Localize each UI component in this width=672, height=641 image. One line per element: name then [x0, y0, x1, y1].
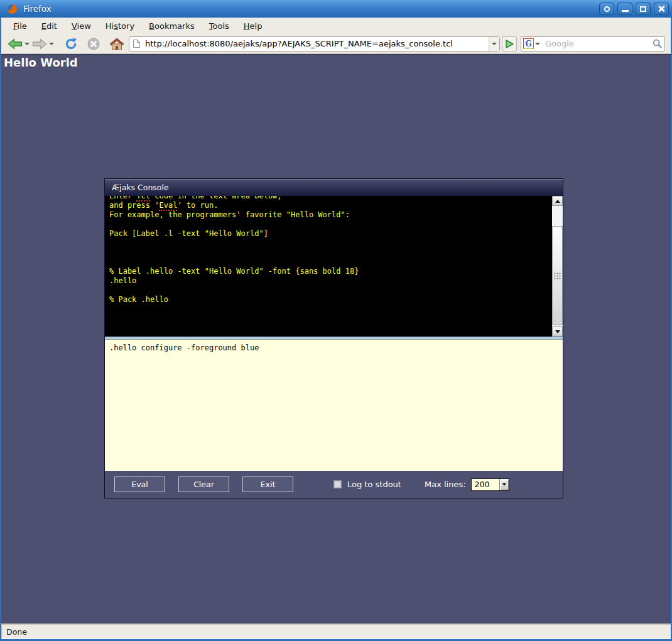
stop-icon [87, 37, 100, 51]
select-arrow-icon [502, 483, 506, 485]
page-icon [133, 39, 141, 48]
scroll-down-button[interactable] [552, 326, 563, 337]
maximize-icon [640, 6, 646, 12]
console-title: Æjaks Console [112, 183, 169, 192]
console-titlebar[interactable]: Æjaks Console [105, 179, 563, 196]
browser-window: Firefox FileEditViewHistoryBookmarksTool… [0, 0, 672, 641]
code-input[interactable]: .hello configure -foreground blue [105, 340, 563, 471]
search-engine-dropdown[interactable] [535, 43, 540, 45]
clear-button[interactable]: Clear [178, 477, 229, 492]
status-bar: Done [0, 623, 672, 639]
search-button[interactable] [651, 38, 663, 50]
window-titlebar[interactable]: Firefox [0, 0, 672, 18]
home-icon [109, 38, 124, 50]
forward-history-dropdown[interactable] [49, 43, 54, 45]
max-lines-label: Max lines: [425, 480, 466, 489]
magnifier-icon [652, 38, 663, 49]
close-button[interactable] [654, 3, 669, 15]
menubar: FileEditViewHistoryBookmarksToolsHelp [0, 18, 672, 34]
aejaks-console-window: Æjaks Console Enter Tcl code in the text… [104, 178, 563, 498]
maximize-button[interactable] [636, 3, 651, 15]
console-button-bar: Eval Clear Exit Log to stdout Max lines:… [105, 471, 563, 498]
log-to-stdout-label: Log to stdout [347, 480, 401, 489]
search-input[interactable] [545, 39, 651, 48]
eval-button[interactable]: Eval [114, 477, 165, 492]
back-button[interactable] [7, 38, 23, 50]
reload-button[interactable] [63, 36, 79, 51]
url-input[interactable]: http://localhost:8080/aejaks/app?AEJAKS_… [129, 36, 500, 51]
firefox-icon [7, 4, 18, 14]
menu-tools[interactable]: Tools [207, 20, 231, 32]
google-icon: G [523, 38, 534, 49]
dropdown-arrow-icon [492, 43, 497, 45]
home-button[interactable] [109, 37, 125, 51]
max-lines-value: 200 [472, 480, 499, 489]
log-to-stdout-checkbox[interactable] [333, 480, 342, 488]
exit-button[interactable]: Exit [242, 477, 293, 492]
menu-bookmarks[interactable]: Bookmarks [147, 20, 197, 32]
forward-button[interactable] [31, 38, 48, 50]
menu-file[interactable]: File [11, 20, 29, 32]
scrollbar-grip-icon [554, 272, 561, 279]
scroll-up-button[interactable] [552, 196, 563, 206]
window-title: Firefox [23, 4, 51, 14]
page-heading: Hello World [4, 56, 671, 69]
minimize-icon [622, 10, 629, 12]
terminal-scrollbar[interactable] [552, 196, 563, 337]
status-text: Done [6, 627, 27, 637]
go-arrow-icon [504, 39, 514, 49]
terminal-text: Enter Tcl code in the text area below, a… [105, 196, 552, 304]
stop-button[interactable] [86, 36, 101, 51]
shade-icon [604, 6, 610, 12]
go-button[interactable] [502, 36, 517, 51]
max-lines-select[interactable]: 200 [471, 478, 509, 491]
back-history-dropdown[interactable] [24, 43, 30, 45]
nav-toolbar: http://localhost:8080/aejaks/app?AEJAKS_… [0, 34, 672, 54]
minimize-button[interactable] [617, 3, 632, 15]
menu-history[interactable]: History [104, 20, 136, 32]
reload-icon [64, 37, 78, 51]
close-icon [658, 5, 665, 13]
scroll-up-icon [555, 200, 560, 203]
menu-help[interactable]: Help [242, 20, 264, 32]
forward-arrow-icon [32, 38, 47, 50]
menu-edit[interactable]: Edit [40, 20, 59, 32]
scroll-down-icon [555, 330, 560, 333]
back-arrow-icon [8, 38, 23, 50]
page-content: Hello World Æjaks Console Enter Tcl code… [0, 54, 672, 623]
url-history-dropdown[interactable] [489, 37, 499, 51]
menu-view[interactable]: View [70, 20, 93, 32]
search-bar: G [521, 36, 665, 51]
scrollbar-thumb[interactable] [552, 226, 563, 325]
url-text: http://localhost:8080/aejaks/app?AEJAKS_… [145, 39, 489, 48]
shade-button[interactable] [599, 3, 614, 15]
select-dropdown-button[interactable] [499, 479, 509, 490]
terminal-output[interactable]: Enter Tcl code in the text area below, a… [105, 196, 563, 337]
